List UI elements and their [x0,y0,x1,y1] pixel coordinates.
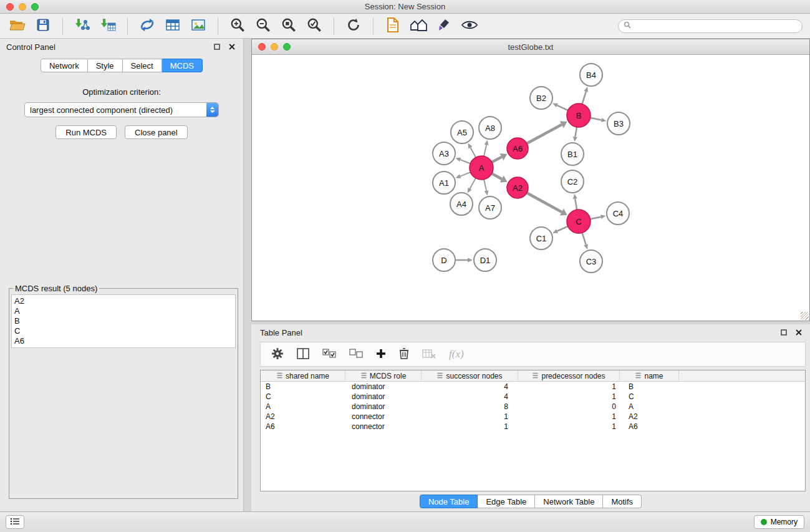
zoom-selected-button[interactable] [303,16,325,36]
import-network-file-button[interactable] [71,16,94,36]
float-panel-button[interactable] [212,42,222,52]
close-table-panel-button[interactable] [794,327,804,337]
table-row[interactable]: Adominator80A [261,402,805,412]
toolbar-search [618,19,803,33]
search-input[interactable] [634,22,797,31]
column-header-name[interactable]: name [620,370,679,381]
close-network-window-button[interactable] [258,43,266,51]
tab-motifs[interactable]: Motifs [603,495,642,508]
run-mcds-button[interactable]: Run MCDS [55,125,117,139]
graph-edge[interactable] [582,92,586,104]
tab-style[interactable]: Style [88,59,123,72]
zoom-out-button[interactable] [252,16,274,36]
mcds-result-item[interactable]: A6 [14,336,233,346]
import-table-file-button[interactable] [97,16,119,36]
paint-style-button[interactable] [433,16,455,36]
open-session-button[interactable] [6,16,29,36]
zoom-in-button[interactable] [226,16,249,36]
delete-row-button[interactable] [399,348,409,361]
new-network-button[interactable] [136,16,158,36]
tab-network[interactable]: Network [41,59,88,72]
mcds-result-item[interactable]: A [14,306,233,316]
resize-handle[interactable] [801,312,809,320]
select-all-button[interactable] [322,349,336,360]
graph-node-label: C1 [536,234,547,243]
graph-edge-arrowhead [601,118,607,122]
close-panel-action-button[interactable]: Close panel [125,125,188,139]
zoom-network-window-button[interactable] [283,43,291,51]
graph-edge[interactable] [557,226,568,231]
task-history-button[interactable] [6,515,24,529]
tab-mcds[interactable]: MCDS [162,59,203,72]
graph-edge[interactable] [460,172,470,177]
minimize-network-window-button[interactable] [271,43,278,51]
refresh-layout-button[interactable] [342,16,365,36]
table-row[interactable]: Bdominator41B [261,382,805,392]
column-header-predecessor-nodes[interactable]: predecessor nodes [518,370,620,381]
graph-edge-arrowhead [573,194,577,199]
table-cell: dominator [345,392,422,401]
graph-edge[interactable] [575,199,577,210]
first-neighbors-button[interactable] [382,16,404,36]
graph-edge[interactable] [484,145,486,156]
zoom-fit-button[interactable] [277,16,300,36]
delete-table-button[interactable] [422,349,436,360]
graph-edge[interactable] [492,157,502,162]
graph-edge[interactable] [582,233,586,244]
table-cell: dominator [345,382,422,391]
add-row-button[interactable] [376,349,386,360]
table-row[interactable]: Cdominator41C [261,392,805,402]
graph-edge[interactable] [470,148,476,158]
import-network-file-icon [74,18,90,34]
mcds-result-item[interactable]: C [14,326,233,336]
column-header-mcds-role[interactable]: MCDS role [345,370,422,381]
mcds-result-item[interactable]: B [14,316,233,326]
table-cell: connector [345,422,422,431]
table-row[interactable]: A2connector11A2 [261,412,805,422]
tab-network-table[interactable]: Network Table [535,495,603,508]
minimize-window-button[interactable] [19,3,26,11]
zoom-in-icon [229,17,246,35]
tab-edge-table[interactable]: Edge Table [478,495,535,508]
table-settings-button[interactable] [271,347,284,362]
table-cell: 0 [518,402,620,411]
save-session-button[interactable] [32,16,54,36]
export-image-icon [191,18,206,34]
close-window-button[interactable] [6,3,14,11]
graph-edge[interactable] [492,173,502,179]
new-table-button[interactable] [162,16,184,36]
add-row-icon [376,349,386,360]
zoom-window-button[interactable] [31,3,39,11]
tab-node-table[interactable]: Node Table [420,495,478,508]
tab-select[interactable]: Select [123,59,162,72]
main-area: Control Panel Network Style Select MCDS … [0,39,810,511]
graph-edge[interactable] [591,217,601,220]
mcds-result-list[interactable]: A2ABCA6 [11,294,236,348]
column-header-shared-name[interactable]: shared name [261,370,345,381]
graph-edge[interactable] [470,178,476,189]
app-window-title: Session: New Session [0,2,810,11]
function-builder-button[interactable]: f(x) [449,348,464,360]
memory-button[interactable]: Memory [754,515,804,529]
graph-edge[interactable] [557,105,567,110]
mcds-result-item[interactable]: A2 [14,296,233,306]
graph-edge[interactable] [460,160,470,163]
graph-edge[interactable] [575,127,577,137]
float-table-panel-button[interactable] [779,327,789,337]
graph-edge[interactable] [527,193,562,212]
show-columns-button[interactable] [297,348,309,361]
graph-edge[interactable] [591,118,602,120]
network-canvas[interactable]: B4B2B3B1A5A8A3A1A4A7C2C4C1C3DD1BA6AA2C [252,55,809,321]
graph-node-label: A6 [513,144,523,153]
network-window-title: testGlobe.txt [252,42,809,52]
birdseye-home-button[interactable] [407,16,430,36]
unselect-all-button[interactable] [349,349,363,360]
optimization-criterion-dropdown[interactable]: largest connected component (directed) [24,102,219,117]
show-details-button[interactable] [458,16,481,36]
graph-edge[interactable] [484,180,486,191]
export-image-button[interactable] [187,16,210,36]
table-row[interactable]: A6connector11A6 [261,422,805,432]
column-header-successor-nodes[interactable]: successor nodes [422,370,518,381]
close-panel-button[interactable] [227,42,237,52]
graph-edge[interactable] [527,125,562,143]
